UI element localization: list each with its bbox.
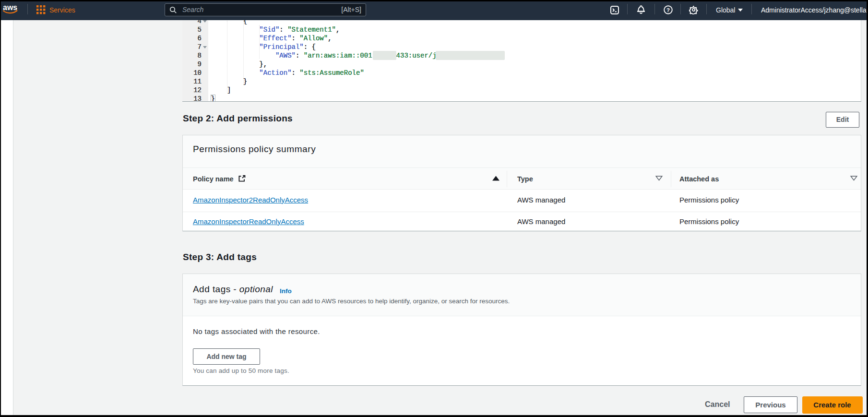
svg-text:aws: aws xyxy=(3,3,17,12)
svg-text:?: ? xyxy=(666,7,669,13)
